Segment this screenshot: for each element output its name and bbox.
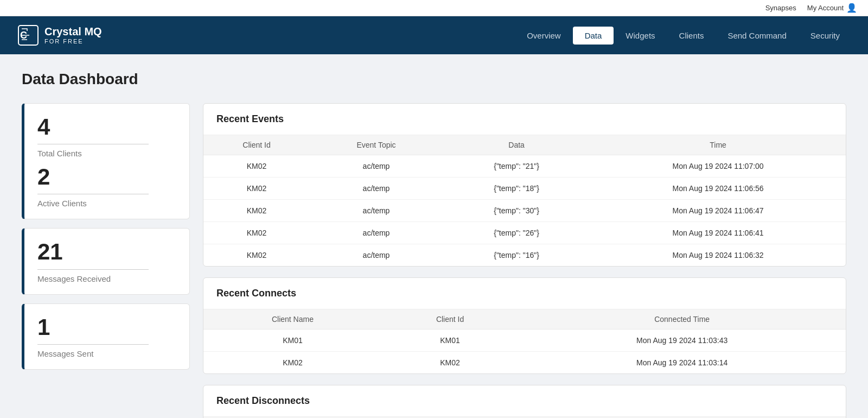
stat-number-active-clients: 2 (37, 164, 176, 189)
table-row: KM02 ac/temp {"temp": "26"} Mon Aug 19 2… (203, 222, 846, 244)
cell-data: {"temp": "16"} (443, 244, 590, 267)
user-icon: 👤 (846, 3, 857, 13)
tables-column: Recent Events Client Id Event Topic Data… (203, 103, 846, 418)
table-row: KM02 ac/temp {"temp": "21"} Mon Aug 19 2… (203, 155, 846, 178)
cell-client-id: KM02 (203, 155, 310, 178)
table-row: KM02 ac/temp {"temp": "16"} Mon Aug 19 2… (203, 244, 846, 267)
col-event-topic: Event Topic (310, 135, 443, 155)
nav-links: Overview Data Widgets Clients Send Comma… (515, 27, 852, 45)
stat-card-messages-sent: 1 Messages Sent (22, 303, 190, 370)
recent-events-title: Recent Events (203, 104, 846, 135)
recent-events-table: Client Id Event Topic Data Time KM02 ac/… (203, 135, 846, 266)
cell-connected-time: Mon Aug 19 2024 11:03:14 (518, 352, 846, 374)
cell-data: {"temp": "30"} (443, 200, 590, 222)
dashboard-layout: 4 Total Clients 2 Active Clients 21 Mess… (22, 103, 846, 418)
synapses-link[interactable]: Synapses (765, 4, 796, 12)
cell-data: {"temp": "21"} (443, 155, 590, 178)
nav-widgets[interactable]: Widgets (614, 27, 667, 45)
recent-disconnects-title: Recent Disconnects (203, 385, 846, 417)
cell-event-topic: ac/temp (310, 200, 443, 222)
stat-number-messages-received: 21 (37, 239, 176, 264)
cell-event-topic: ac/temp (310, 155, 443, 178)
col-client-id-2: Client Id (382, 309, 518, 330)
stat-number-messages-sent: 1 (37, 315, 176, 340)
col-client-name: Client Name (203, 309, 382, 330)
stat-divider-2 (37, 194, 149, 194)
stat-card-total-clients: 4 Total Clients 2 Active Clients (22, 103, 190, 219)
cell-client-id: KM02 (203, 222, 310, 244)
stat-divider (37, 144, 149, 144)
logo[interactable]: C Crystal MQ FOR FREE (16, 23, 102, 47)
cell-client-name: KM02 (203, 352, 382, 374)
cell-client-id: KM02 (203, 200, 310, 222)
navbar: C Crystal MQ FOR FREE Overview Data Widg… (0, 16, 868, 54)
cell-time: Mon Aug 19 2024 11:06:47 (590, 200, 846, 222)
nav-data[interactable]: Data (573, 27, 614, 45)
cell-data: {"temp": "26"} (443, 222, 590, 244)
stat-number-total-clients: 4 (37, 115, 176, 140)
recent-connects-panel: Recent Connects Client Name Client Id Co… (203, 277, 846, 374)
nav-overview[interactable]: Overview (515, 27, 573, 45)
nav-send-command[interactable]: Send Command (716, 27, 798, 45)
cell-time: Mon Aug 19 2024 11:06:41 (590, 222, 846, 244)
col-connected-time: Connected Time (518, 309, 846, 330)
table-row: KM01 KM01 Mon Aug 19 2024 11:03:43 (203, 330, 846, 352)
cell-data: {"temp": "18"} (443, 178, 590, 200)
cell-event-topic: ac/temp (310, 222, 443, 244)
cell-connected-time: Mon Aug 19 2024 11:03:43 (518, 330, 846, 352)
cell-client-id: KM02 (382, 352, 518, 374)
cell-client-name: KM01 (203, 330, 382, 352)
top-bar: Synapses My Account 👤 (0, 0, 868, 16)
stat-cards: 4 Total Clients 2 Active Clients 21 Mess… (22, 103, 190, 418)
logo-icon: C (16, 23, 40, 47)
nav-clients[interactable]: Clients (667, 27, 716, 45)
nav-security[interactable]: Security (799, 27, 852, 45)
cell-client-id: KM02 (203, 178, 310, 200)
cell-event-topic: ac/temp (310, 244, 443, 267)
page-content: Data Dashboard 4 Total Clients 2 Active … (0, 54, 868, 418)
recent-connects-title: Recent Connects (203, 278, 846, 309)
account-area: My Account 👤 (807, 3, 857, 13)
recent-events-header-row: Client Id Event Topic Data Time (203, 135, 846, 155)
recent-connects-table: Client Name Client Id Connected Time KM0… (203, 309, 846, 373)
recent-connects-header-row: Client Name Client Id Connected Time (203, 309, 846, 330)
logo-main: Crystal MQ (44, 25, 102, 38)
stat-divider-3 (37, 269, 149, 270)
cell-time: Mon Aug 19 2024 11:07:00 (590, 155, 846, 178)
stat-divider-4 (37, 344, 149, 345)
recent-events-panel: Recent Events Client Id Event Topic Data… (203, 103, 846, 267)
col-data: Data (443, 135, 590, 155)
cell-event-topic: ac/temp (310, 178, 443, 200)
logo-sub: FOR FREE (44, 38, 102, 45)
table-row: KM02 ac/temp {"temp": "18"} Mon Aug 19 2… (203, 178, 846, 200)
stat-label-active-clients: Active Clients (37, 199, 176, 208)
col-client-id: Client Id (203, 135, 310, 155)
stat-label-messages-sent: Messages Sent (37, 349, 176, 358)
recent-disconnects-panel: Recent Disconnects Client Name Client Id… (203, 385, 846, 418)
recent-connects-body: KM01 KM01 Mon Aug 19 2024 11:03:43 KM02 … (203, 330, 846, 374)
cell-time: Mon Aug 19 2024 11:06:32 (590, 244, 846, 267)
col-time: Time (590, 135, 846, 155)
page-title: Data Dashboard (22, 71, 846, 88)
table-row: KM02 KM02 Mon Aug 19 2024 11:03:14 (203, 352, 846, 374)
cell-time: Mon Aug 19 2024 11:06:56 (590, 178, 846, 200)
stat-label-total-clients: Total Clients (37, 149, 176, 158)
recent-events-body: KM02 ac/temp {"temp": "21"} Mon Aug 19 2… (203, 155, 846, 267)
stat-card-messages-received: 21 Messages Received (22, 228, 190, 294)
logo-text: Crystal MQ FOR FREE (44, 25, 102, 45)
stat-label-messages-received: Messages Received (37, 274, 176, 283)
my-account-link[interactable]: My Account (807, 4, 844, 12)
table-row: KM02 ac/temp {"temp": "30"} Mon Aug 19 2… (203, 200, 846, 222)
cell-client-id: KM02 (203, 244, 310, 267)
cell-client-id: KM01 (382, 330, 518, 352)
